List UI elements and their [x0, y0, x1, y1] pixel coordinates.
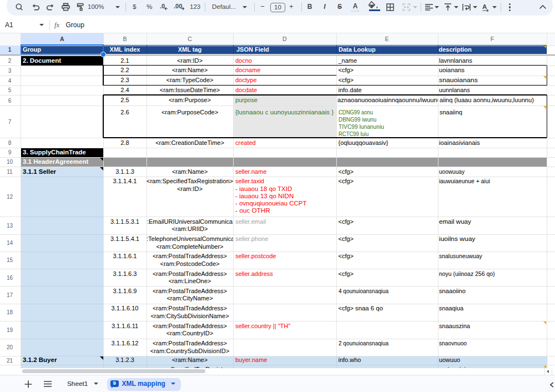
svg-text:A: A	[482, 3, 487, 10]
